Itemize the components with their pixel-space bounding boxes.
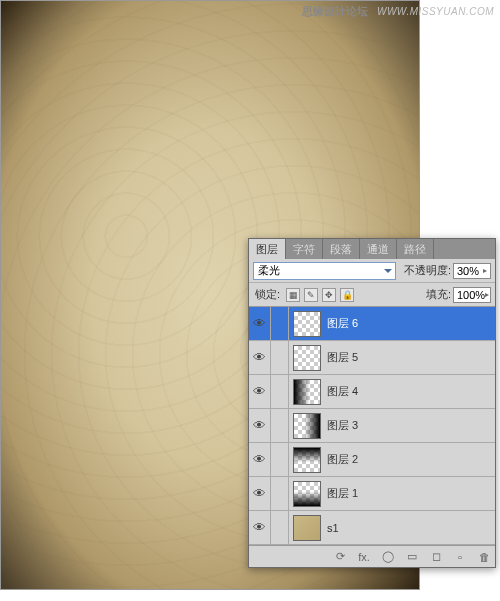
layer-name[interactable]: s1 — [327, 522, 339, 534]
layer-row[interactable]: 👁图层 2 — [249, 443, 495, 477]
visibility-toggle-icon[interactable]: 👁 — [249, 341, 271, 375]
link-column[interactable] — [271, 375, 289, 409]
tab-layers[interactable]: 图层 — [249, 239, 286, 259]
tab-character[interactable]: 字符 — [286, 239, 323, 259]
visibility-toggle-icon[interactable]: 👁 — [249, 307, 271, 341]
lock-position-icon[interactable]: ✥ — [322, 288, 336, 302]
layer-row[interactable]: 👁图层 5 — [249, 341, 495, 375]
link-column[interactable] — [271, 511, 289, 545]
layer-thumbnail[interactable] — [293, 379, 321, 405]
lock-pixels-icon[interactable]: ✎ — [304, 288, 318, 302]
opacity-label: 不透明度: — [404, 263, 451, 278]
fill-value: 100% — [457, 289, 485, 301]
fill-label: 填充: — [426, 287, 451, 302]
layers-list: 👁图层 6👁图层 5👁图层 4👁图层 3👁图层 2👁图层 1👁s1 — [249, 307, 495, 545]
visibility-toggle-icon[interactable]: 👁 — [249, 375, 271, 409]
layers-panel: 图层 字符 段落 通道 路径 柔光 不透明度: 30% 锁定: ▦ ✎ ✥ 🔒 … — [248, 238, 496, 568]
link-layers-icon[interactable]: ⟳ — [333, 550, 347, 563]
blend-mode-select[interactable]: 柔光 — [253, 262, 396, 280]
opacity-input[interactable]: 30% — [453, 263, 491, 279]
blend-mode-value: 柔光 — [258, 263, 280, 278]
layer-name[interactable]: 图层 6 — [327, 316, 358, 331]
visibility-toggle-icon[interactable]: 👁 — [249, 477, 271, 511]
group-icon[interactable]: ◻ — [429, 550, 443, 563]
link-column[interactable] — [271, 307, 289, 341]
tab-paths[interactable]: 路径 — [397, 239, 434, 259]
adjustment-layer-icon[interactable]: ▭ — [405, 550, 419, 563]
link-column[interactable] — [271, 443, 289, 477]
layer-thumbnail[interactable] — [293, 311, 321, 337]
blend-opacity-row: 柔光 不透明度: 30% — [249, 259, 495, 283]
layer-name[interactable]: 图层 4 — [327, 384, 358, 399]
layer-name[interactable]: 图层 1 — [327, 486, 358, 501]
layer-thumbnail[interactable] — [293, 515, 321, 541]
panel-tabs: 图层 字符 段落 通道 路径 — [249, 239, 495, 259]
layer-thumbnail[interactable] — [293, 447, 321, 473]
lock-icons: ▦ ✎ ✥ 🔒 — [286, 288, 354, 302]
layer-thumbnail[interactable] — [293, 481, 321, 507]
layer-row[interactable]: 👁图层 6 — [249, 307, 495, 341]
lock-fill-row: 锁定: ▦ ✎ ✥ 🔒 填充: 100% — [249, 283, 495, 307]
lock-all-icon[interactable]: 🔒 — [340, 288, 354, 302]
layer-effects-icon[interactable]: fx. — [357, 551, 371, 563]
lock-label: 锁定: — [255, 287, 280, 302]
link-column[interactable] — [271, 409, 289, 443]
layer-row[interactable]: 👁s1 — [249, 511, 495, 545]
layer-row[interactable]: 👁图层 3 — [249, 409, 495, 443]
layer-name[interactable]: 图层 3 — [327, 418, 358, 433]
watermark: 思缘设计论坛 WWW.MISSYUAN.COM — [302, 4, 494, 19]
layer-thumbnail[interactable] — [293, 345, 321, 371]
opacity-value: 30% — [457, 265, 479, 277]
layer-row[interactable]: 👁图层 4 — [249, 375, 495, 409]
tab-paragraph[interactable]: 段落 — [323, 239, 360, 259]
visibility-toggle-icon[interactable]: 👁 — [249, 409, 271, 443]
layer-row[interactable]: 👁图层 1 — [249, 477, 495, 511]
delete-layer-icon[interactable]: 🗑 — [477, 551, 491, 563]
layer-mask-icon[interactable]: ◯ — [381, 550, 395, 563]
watermark-title: 思缘设计论坛 — [302, 5, 368, 17]
layer-thumbnail[interactable] — [293, 413, 321, 439]
tab-channels[interactable]: 通道 — [360, 239, 397, 259]
layer-name[interactable]: 图层 5 — [327, 350, 358, 365]
fill-input[interactable]: 100% — [453, 287, 491, 303]
watermark-url: WWW.MISSYUAN.COM — [377, 6, 494, 17]
lock-transparency-icon[interactable]: ▦ — [286, 288, 300, 302]
new-layer-icon[interactable]: ▫ — [453, 551, 467, 563]
visibility-toggle-icon[interactable]: 👁 — [249, 511, 271, 545]
link-column[interactable] — [271, 477, 289, 511]
layer-name[interactable]: 图层 2 — [327, 452, 358, 467]
visibility-toggle-icon[interactable]: 👁 — [249, 443, 271, 477]
link-column[interactable] — [271, 341, 289, 375]
panel-footer: ⟳ fx. ◯ ▭ ◻ ▫ 🗑 — [249, 545, 495, 567]
